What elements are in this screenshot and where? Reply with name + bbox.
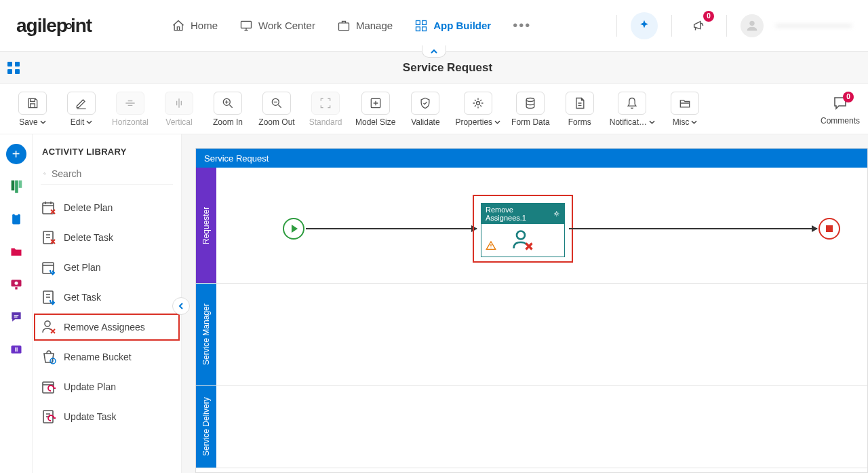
add-button[interactable]: + bbox=[6, 144, 26, 164]
lane-service-manager: Service Manager bbox=[196, 284, 867, 386]
svg-rect-23 bbox=[15, 287, 17, 289]
folder-icon bbox=[678, 96, 692, 110]
rail-monitor[interactable] bbox=[6, 274, 26, 295]
library-collapse[interactable] bbox=[172, 297, 190, 315]
nav-app-builder[interactable]: App Builder bbox=[414, 19, 491, 33]
zoom-in-button[interactable]: Zoom In bbox=[203, 89, 252, 130]
calendar-arrow-icon bbox=[41, 259, 57, 276]
lib-get-task[interactable]: Get Task bbox=[33, 282, 181, 312]
apps-button[interactable] bbox=[0, 62, 27, 74]
align-vertical-icon bbox=[172, 96, 186, 110]
save-button[interactable]: Save bbox=[8, 89, 57, 130]
properties-button[interactable]: Properties bbox=[450, 89, 506, 130]
validate-button[interactable]: Validate bbox=[401, 89, 450, 130]
zoom-out-button[interactable]: Zoom Out bbox=[252, 89, 301, 130]
svg-point-14 bbox=[476, 101, 479, 105]
avatar[interactable] bbox=[741, 14, 764, 37]
notifications-button[interactable]: 0 bbox=[686, 12, 713, 39]
rail-folder[interactable] bbox=[6, 242, 26, 262]
library-search[interactable] bbox=[41, 164, 173, 185]
save-icon bbox=[26, 96, 39, 110]
align-horizontal-icon bbox=[123, 96, 137, 110]
planner-icon bbox=[9, 179, 24, 194]
end-node[interactable] bbox=[818, 218, 840, 240]
lib-item-label: Get Plan bbox=[64, 262, 100, 273]
widget-icon: II bbox=[9, 343, 23, 356]
chat-fill-icon bbox=[9, 310, 23, 324]
lane-body[interactable]: Remove Assignees.1 bbox=[216, 168, 867, 283]
lib-remove-assignees[interactable]: Remove Assignees bbox=[33, 312, 181, 342]
lib-item-label: Delete Plan bbox=[64, 202, 113, 214]
canvas-wrapper: Service Request Requester Remove Assigne… bbox=[182, 134, 868, 473]
lane-label[interactable]: Service Delivery bbox=[196, 386, 216, 468]
lib-item-label: Update Plan bbox=[64, 381, 116, 393]
lib-rename-bucket[interactable]: Φ Rename Bucket bbox=[33, 342, 181, 372]
lib-update-task[interactable]: Update Task bbox=[33, 402, 181, 432]
horizontal-button: Horizontal bbox=[106, 89, 155, 130]
edit-button[interactable]: Edit bbox=[57, 89, 106, 130]
toolbar: Save Edit Horizontal Vertical Zoom In Zo… bbox=[0, 84, 868, 134]
gear-icon[interactable] bbox=[553, 210, 560, 218]
nav-home[interactable]: Home bbox=[172, 19, 218, 33]
lane-label[interactable]: Requester bbox=[196, 168, 216, 283]
nav-work-center[interactable]: Work Center bbox=[239, 19, 315, 33]
user-x-icon bbox=[511, 228, 535, 252]
chevron-down-icon bbox=[691, 120, 697, 124]
notifications-toolbar-button[interactable]: Notificat… bbox=[604, 89, 660, 130]
svg-rect-0 bbox=[241, 21, 252, 28]
rail-widget[interactable]: II bbox=[6, 339, 26, 360]
lib-delete-task[interactable]: Delete Task bbox=[33, 223, 181, 252]
user-icon bbox=[745, 18, 760, 33]
process-canvas[interactable]: Service Request Requester Remove Assigne… bbox=[195, 148, 868, 473]
gear-icon bbox=[471, 96, 485, 110]
svg-text:II: II bbox=[14, 346, 18, 353]
nav-center: Home Work Center Manage App Builder ••• bbox=[92, 18, 611, 33]
nav-manage[interactable]: Manage bbox=[337, 19, 393, 33]
svg-point-37 bbox=[517, 231, 525, 240]
lane-requester: Requester Remove Assignees.1 bbox=[196, 168, 867, 284]
rail-planner[interactable] bbox=[6, 176, 26, 197]
collapse-topnav[interactable] bbox=[422, 45, 446, 58]
activity-remove-assignees[interactable]: Remove Assignees.1 bbox=[481, 203, 565, 257]
form-data-button[interactable]: Form Data bbox=[506, 89, 555, 130]
nav-label: Manage bbox=[356, 20, 393, 31]
lane-body[interactable] bbox=[216, 386, 867, 468]
library-header: ACTIVITY LIBRARY bbox=[33, 134, 181, 164]
rail-clipboard[interactable] bbox=[6, 209, 26, 229]
lib-get-plan[interactable]: Get Plan bbox=[33, 252, 181, 282]
chevron-down-icon bbox=[494, 120, 500, 124]
chevron-left-icon bbox=[178, 302, 184, 310]
misc-button[interactable]: Misc bbox=[660, 89, 709, 130]
svg-rect-29 bbox=[43, 263, 54, 273]
nav-more[interactable]: ••• bbox=[513, 18, 531, 33]
svg-point-22 bbox=[14, 282, 18, 285]
zoom-in-icon bbox=[221, 96, 235, 110]
lib-delete-plan[interactable]: Delete Plan bbox=[33, 193, 181, 223]
model-size-button[interactable]: Model Size bbox=[350, 89, 401, 130]
clipboard-icon bbox=[9, 212, 23, 226]
connector[interactable] bbox=[569, 228, 817, 229]
rail-chat[interactable] bbox=[6, 307, 26, 327]
search-input[interactable] bbox=[52, 168, 170, 179]
sparkle-icon bbox=[637, 19, 651, 33]
comments-button[interactable]: 0 Comments bbox=[821, 93, 860, 126]
comments-badge: 0 bbox=[843, 92, 854, 102]
lane-body[interactable] bbox=[216, 284, 867, 385]
search-icon bbox=[43, 168, 46, 180]
chevron-down-icon bbox=[86, 120, 92, 124]
shield-check-icon bbox=[418, 96, 432, 110]
main: + II ACTIVITY LIBRARY Delete Pla bbox=[0, 134, 868, 473]
ai-button[interactable] bbox=[631, 12, 658, 39]
lane-label[interactable]: Service Manager bbox=[196, 284, 216, 385]
connector[interactable] bbox=[306, 228, 477, 229]
task-arrow-icon bbox=[41, 289, 57, 305]
activity-title: Remove Assignees.1 bbox=[486, 206, 553, 222]
lib-update-plan[interactable]: Update Plan bbox=[33, 372, 181, 402]
forms-button[interactable]: Forms bbox=[555, 89, 604, 130]
user-x-icon bbox=[41, 319, 57, 335]
svg-point-6 bbox=[749, 20, 754, 25]
database-icon bbox=[524, 96, 537, 110]
svg-rect-10 bbox=[15, 69, 20, 74]
start-node[interactable] bbox=[283, 218, 304, 240]
nav-label: App Builder bbox=[433, 20, 491, 31]
